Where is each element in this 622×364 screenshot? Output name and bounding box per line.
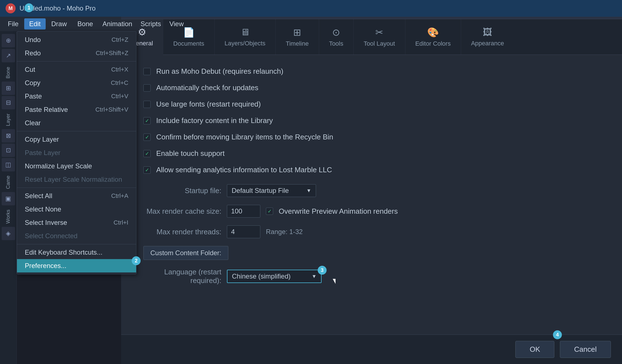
pref-language-row: Language (restart required): Chinese (si… bbox=[143, 268, 600, 285]
badge-3: 3 bbox=[318, 266, 327, 275]
works-icon[interactable]: ◈ bbox=[2, 227, 15, 240]
checkbox-debut[interactable] bbox=[143, 68, 151, 75]
bone-icon-2[interactable]: ⊟ bbox=[2, 96, 15, 109]
pref-row-3: Use large fonts (restart required) bbox=[143, 100, 600, 109]
threads-input[interactable]: 4 bbox=[227, 225, 260, 238]
language-select-arrow: ▼ bbox=[312, 274, 317, 279]
menu-select-all[interactable]: Select All Ctrl+A bbox=[17, 189, 136, 203]
checkbox-factory-content[interactable]: ✓ bbox=[143, 117, 151, 124]
tool-icon-2[interactable]: ↗ bbox=[2, 49, 15, 62]
menu-animation[interactable]: Animation bbox=[99, 18, 136, 29]
menu-clear[interactable]: Clear bbox=[17, 116, 136, 130]
sidebar-label-bone: Bone bbox=[5, 65, 11, 81]
layer-icon-3[interactable]: ◫ bbox=[2, 158, 15, 171]
checkbox-large-fonts[interactable] bbox=[143, 101, 151, 108]
tool-layout-icon: ✂ bbox=[375, 27, 383, 38]
tool-icon-1[interactable]: ⊕ bbox=[2, 34, 15, 47]
menu-select-none[interactable]: Select None bbox=[17, 203, 136, 216]
badge-1: 1 bbox=[25, 3, 33, 12]
timeline-icon: ⊞ bbox=[293, 27, 301, 38]
left-sidebar: ⊕ ↗ Bone ⊞ ⊟ Layer ⊠ ⊡ ◫ Came ▣ Works ◈ bbox=[0, 31, 17, 364]
ok-button[interactable]: OK bbox=[515, 341, 554, 358]
sidebar-label-layer: Layer bbox=[5, 111, 11, 128]
menu-view[interactable]: View bbox=[165, 18, 188, 29]
label-analytics: Allow sending analytics information to L… bbox=[156, 166, 332, 174]
menu-file[interactable]: File bbox=[3, 18, 24, 29]
menu-draw[interactable]: Draw bbox=[46, 18, 72, 29]
menu-cut[interactable]: Cut Ctrl+X bbox=[17, 63, 136, 76]
badge-2: 2 bbox=[132, 256, 141, 265]
label-touch: Enable touch support bbox=[156, 149, 225, 158]
bone-icon-1[interactable]: ⊞ bbox=[2, 82, 15, 95]
startup-label: Startup file: bbox=[143, 186, 221, 195]
menu-paste[interactable]: Paste Ctrl+V bbox=[17, 90, 136, 103]
checkbox-overwrite[interactable]: ✓ bbox=[266, 208, 273, 215]
pref-row-1: Run as Moho Debut (requires relaunch) bbox=[143, 67, 600, 76]
sidebar-label-works: Works bbox=[5, 207, 11, 226]
menu-edit[interactable]: Edit bbox=[24, 18, 46, 29]
sidebar-label-came: Came bbox=[5, 173, 11, 191]
pref-row-7: ✓ Allow sending analytics information to… bbox=[143, 166, 600, 174]
label-updates: Automatically check for updates bbox=[156, 83, 258, 92]
checkbox-updates[interactable] bbox=[143, 84, 151, 92]
cache-input[interactable]: 100 bbox=[227, 205, 260, 218]
tab-editor-colors[interactable]: 🎨 Editor Colors bbox=[405, 19, 461, 55]
edit-dropdown-menu: Undo Ctrl+Z Redo Ctrl+Shift+Z Cut Ctrl+X… bbox=[17, 31, 136, 274]
menu-paste-relative[interactable]: Paste Relative Ctrl+Shift+V bbox=[17, 103, 136, 116]
badge-4: 4 bbox=[553, 330, 562, 339]
pref-startup-row: Startup file: Default Startup File ▼ bbox=[143, 184, 600, 197]
overwrite-label: Overwrite Preview Animation renders bbox=[279, 207, 398, 216]
dialog-content: Run as Moho Debut (requires relaunch) Au… bbox=[121, 55, 622, 335]
editor-colors-icon: 🎨 bbox=[427, 27, 439, 38]
layer-icon-2[interactable]: ⊡ bbox=[2, 144, 15, 157]
language-select[interactable]: Chinese (simplified) ▼ 3 bbox=[227, 270, 322, 283]
language-label: Language (restart required): bbox=[143, 268, 221, 285]
dialog-tabs: ⚙ General 📄 Documents 🖥 Layers/Objects ⊞… bbox=[121, 19, 622, 55]
separator-3 bbox=[17, 188, 136, 188]
title-bar: M Untitled.moho - Moho Pro 1 bbox=[0, 0, 622, 17]
checkbox-confirm-library[interactable]: ✓ bbox=[143, 134, 151, 141]
pref-row-5: ✓ Confirm before moving Library items to… bbox=[143, 133, 600, 141]
tab-tools[interactable]: ⊙ Tools bbox=[319, 19, 354, 55]
menu-select-inverse[interactable]: Select Inverse Ctrl+I bbox=[17, 216, 136, 229]
cache-label: Max render cache size: bbox=[143, 207, 221, 216]
menu-bar: File Edit Draw Bone Animation Scripts Vi… bbox=[0, 17, 121, 31]
label-large-fonts: Use large fonts (restart required) bbox=[156, 100, 261, 109]
custom-folder-btn[interactable]: Custom Content Folder: bbox=[143, 246, 228, 260]
layers-icon: 🖥 bbox=[240, 27, 250, 38]
tab-timeline[interactable]: ⊞ Timeline bbox=[276, 19, 319, 55]
menu-copy[interactable]: Copy Ctrl+C bbox=[17, 76, 136, 90]
menu-bone[interactable]: Bone bbox=[72, 18, 98, 29]
camera-icon[interactable]: ▣ bbox=[2, 192, 15, 205]
preferences-dialog: Preferences ⚙ General 📄 Documents 🖥 Laye… bbox=[121, 0, 622, 364]
pref-row-4: ✓ Include factory content in the Library bbox=[143, 116, 600, 125]
startup-select-arrow: ▼ bbox=[306, 188, 311, 194]
pref-threads-row: Max render threads: 4 Range: 1-32 bbox=[143, 225, 600, 238]
menu-select-connected[interactable]: Select Connected bbox=[17, 229, 136, 243]
checkbox-analytics[interactable]: ✓ bbox=[143, 166, 151, 174]
checkbox-touch[interactable]: ✓ bbox=[143, 150, 151, 157]
cancel-button[interactable]: Cancel bbox=[560, 341, 611, 358]
menu-paste-layer[interactable]: Paste Layer bbox=[17, 146, 136, 159]
separator-2 bbox=[17, 131, 136, 131]
menu-edit-keyboard[interactable]: Edit Keyboard Shortcuts... bbox=[17, 246, 136, 259]
tab-layers-objects[interactable]: 🖥 Layers/Objects bbox=[215, 19, 276, 55]
menu-normalize-layer[interactable]: Normalize Layer Scale bbox=[17, 159, 136, 173]
tab-tool-layout[interactable]: ✂ Tool Layout bbox=[354, 19, 405, 55]
tab-appearance[interactable]: 🖼 Appearance bbox=[461, 19, 514, 55]
label-factory-content: Include factory content in the Library bbox=[156, 116, 273, 125]
menu-reset-layer[interactable]: Reset Layer Scale Normalization bbox=[17, 173, 136, 186]
layer-icon-1[interactable]: ⊠ bbox=[2, 129, 15, 142]
appearance-icon: 🖼 bbox=[483, 27, 492, 38]
startup-select[interactable]: Default Startup File ▼ bbox=[227, 184, 316, 197]
menu-undo[interactable]: Undo Ctrl+Z bbox=[17, 33, 136, 46]
tools-icon: ⊙ bbox=[332, 27, 340, 38]
menu-copy-layer[interactable]: Copy Layer bbox=[17, 133, 136, 146]
menu-redo[interactable]: Redo Ctrl+Shift+Z bbox=[17, 46, 136, 60]
app-logo: M bbox=[6, 3, 16, 13]
menu-preferences[interactable]: Preferences... 2 bbox=[17, 259, 136, 272]
threads-range: Range: 1-32 bbox=[266, 228, 303, 236]
pref-cache-row: Max render cache size: 100 ✓ Overwrite P… bbox=[143, 205, 600, 218]
menu-scripts[interactable]: Scripts bbox=[137, 18, 165, 29]
label-confirm-library: Confirm before moving Library items to t… bbox=[156, 133, 333, 141]
